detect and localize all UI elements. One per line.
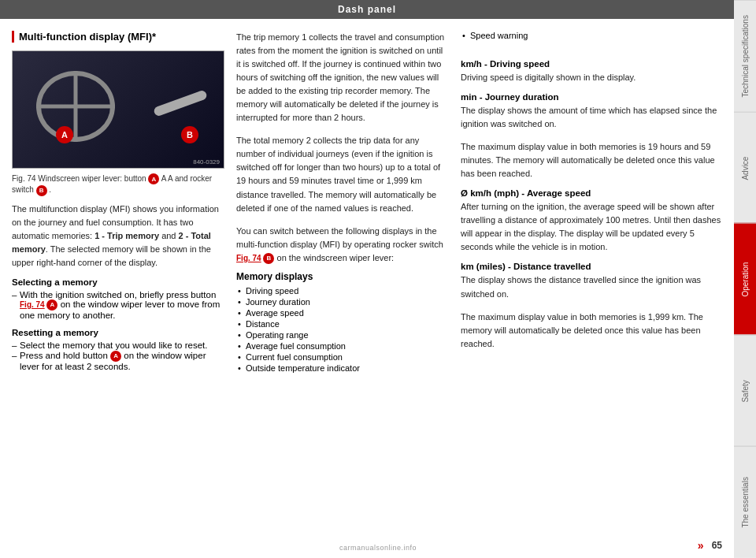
avg-title: Ø km/h (mph) - Average speed: [461, 188, 722, 198]
switch-paragraph: You can switch between the following dis…: [236, 225, 449, 265]
selecting-item-1: With the ignition switched on, briefly p…: [12, 290, 224, 320]
selecting-title: Selecting a memory: [12, 277, 224, 287]
avg-text: After turning on the ignition, the avera…: [461, 200, 722, 254]
tab-advice-label: Advice: [741, 156, 750, 180]
resetting-item-1: Select the memory that you would like to…: [12, 340, 224, 350]
trip-text-2: collects the travel and consumption rate…: [236, 32, 444, 122]
tab-technical-label: Technical specifications: [741, 15, 750, 98]
total-text-1: The: [236, 136, 254, 145]
list-item: Driving speed: [236, 286, 449, 296]
fig-caption-b-circle: B: [36, 185, 47, 196]
diagram-box: A B 840-0329: [12, 50, 224, 169]
page-number: 65: [712, 540, 722, 551]
bullet-list: Driving speedJourney durationAverage spe…: [236, 286, 449, 373]
fig-caption-a-text: A: [161, 174, 166, 183]
switch-b-circle: B: [263, 253, 274, 264]
tab-safety[interactable]: Safety: [734, 335, 756, 447]
trip-text-1: The: [236, 32, 254, 42]
km-text-2: The maximum display value in both memori…: [461, 311, 722, 351]
fig-caption-a-circle: A: [148, 173, 159, 184]
bold-trip-memory: 1 - Trip memory: [94, 231, 159, 240]
switch-end: on the windscreen wiper lever:: [277, 253, 395, 262]
tab-safety-label: Safety: [741, 380, 750, 402]
tab-advice[interactable]: Advice: [734, 112, 756, 224]
header-title: Dash panel: [338, 4, 396, 15]
left-body-text: The multifunction display (MFI) shows yo…: [12, 203, 224, 270]
trip-memory-paragraph: The trip memory 1 collects the travel an…: [236, 31, 449, 125]
diagram-image: A B 840-0329: [13, 51, 224, 168]
fig-caption: Fig. 74 Windscreen wiper lever: button A…: [12, 173, 224, 196]
middle-column: The trip memory 1 collects the travel an…: [236, 31, 449, 527]
list-item: Journey duration: [236, 297, 449, 307]
image-reference: 840-0329: [193, 158, 220, 166]
list-item: Average speed: [236, 308, 449, 318]
total-memory-paragraph: The total memory 2 collects the trip dat…: [236, 134, 449, 214]
selecting-fig-ref: Fig. 74: [20, 300, 46, 309]
memory-displays-title: Memory displays: [236, 271, 449, 282]
watermark: carmanualsonline.info: [339, 544, 417, 552]
resetting-item-2: Press and hold button A on the window wi…: [12, 351, 224, 371]
min-text-1: The display shows the amount of time whi…: [461, 104, 722, 131]
kmh-text: Driving speed is digitally shown in the …: [461, 71, 722, 84]
speed-warning-item: Speed warning: [461, 31, 722, 40]
switch-text: You can switch between the following dis…: [236, 226, 443, 249]
list-item: Current fuel consumption: [236, 352, 449, 362]
list-item: Average fuel consumption: [236, 341, 449, 351]
resetting-text-2: Press and hold button: [20, 351, 108, 360]
page-header: Dash panel: [0, 0, 734, 19]
tab-essentials[interactable]: The essentials: [734, 446, 756, 558]
total-text-2: collects the trip data for any number of…: [236, 136, 440, 212]
body-text-2: and: [159, 231, 178, 240]
label-b-icon: B: [181, 126, 198, 143]
list-item: Operating range: [236, 330, 449, 340]
wiper-lever-icon: [153, 89, 208, 117]
speed-warning-text: Speed warning: [470, 31, 528, 40]
km-text-1: The display shows the distance travelled…: [461, 273, 722, 300]
kmh-title: km/h - Driving speed: [461, 59, 722, 69]
left-column: Multi-function display (MFI)* A B 840-03…: [12, 31, 224, 527]
steering-wheel-icon: [36, 71, 115, 142]
tab-operation-label: Operation: [741, 262, 750, 297]
fig-caption-end: .: [49, 185, 51, 194]
resetting-text-1: Select the memory that you would like to…: [20, 340, 207, 350]
next-arrows: »: [698, 539, 704, 552]
list-item: Outside temperature indicator: [236, 363, 449, 373]
resetting-title: Resetting a memory: [12, 328, 224, 337]
tab-operation[interactable]: Operation: [734, 223, 756, 335]
total-bold: total memory 2: [254, 136, 311, 145]
min-text-2: The maximum display value in both memori…: [461, 140, 722, 180]
resetting-a-circle: A: [110, 351, 121, 362]
tab-essentials-label: The essentials: [741, 477, 750, 527]
selecting-text-1: With the ignition switched on, briefly p…: [20, 290, 216, 299]
tab-technical-specifications[interactable]: Technical specifications: [734, 0, 756, 112]
fig-caption-text: Fig. 74 Windscreen wiper lever: button: [12, 174, 146, 183]
min-title: min - Journey duration: [461, 92, 722, 102]
label-a-icon: A: [56, 126, 73, 143]
switch-fig-ref: Fig. 74: [236, 254, 263, 262]
selecting-a-circle: A: [46, 299, 57, 311]
section-title: Multi-function display (MFI)*: [12, 31, 224, 43]
list-item: Distance: [236, 319, 449, 329]
km-title: km (miles) - Distance travelled: [461, 262, 722, 271]
right-column: Speed warning km/h - Driving speed Drivi…: [461, 31, 722, 527]
trip-bold: trip memory 1: [254, 32, 306, 42]
